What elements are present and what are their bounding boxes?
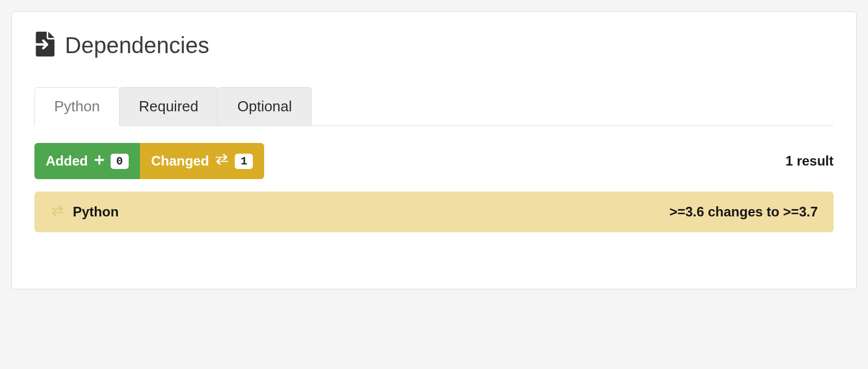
filter-changed-button[interactable]: Changed 1 [140, 143, 265, 179]
dependencies-panel: Dependencies Python Required Optional Ad… [11, 11, 857, 289]
panel-header: Dependencies [34, 32, 834, 59]
dependency-list: Python >=3.6 changes to >=3.7 [34, 192, 834, 232]
swap-icon [50, 205, 65, 219]
plus-icon [94, 153, 105, 169]
dependency-name: Python [73, 204, 119, 220]
file-import-icon [34, 32, 56, 59]
tabs: Python Required Optional [34, 87, 834, 126]
filter-changed-count: 1 [235, 154, 253, 169]
tab-optional[interactable]: Optional [217, 87, 312, 125]
dependency-change: >=3.6 changes to >=3.7 [669, 204, 818, 220]
result-count: 1 result [786, 153, 834, 169]
filter-buttons: Added 0 Changed 1 [34, 143, 264, 179]
tab-python[interactable]: Python [34, 87, 120, 126]
panel-title: Dependencies [65, 33, 209, 58]
filter-added-count: 0 [111, 154, 129, 169]
filter-changed-label: Changed [151, 153, 209, 169]
dependency-row[interactable]: Python >=3.6 changes to >=3.7 [34, 192, 834, 232]
filter-added-label: Added [46, 153, 88, 169]
svg-rect-1 [94, 159, 104, 160]
swap-icon [214, 153, 229, 169]
dependency-row-left: Python [50, 204, 119, 220]
filter-row: Added 0 Changed 1 [34, 143, 834, 179]
tab-required[interactable]: Required [119, 87, 218, 125]
filter-added-button[interactable]: Added 0 [34, 143, 140, 179]
